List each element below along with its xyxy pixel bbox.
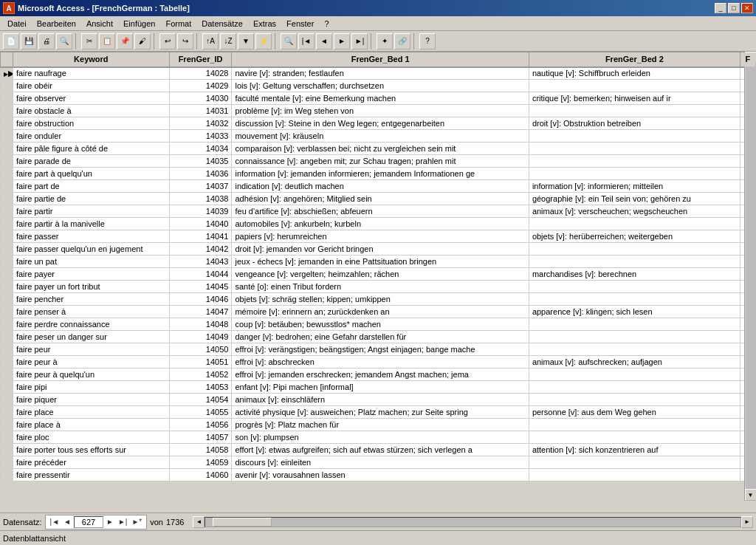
- cell-bed1[interactable]: effroi [v]: abschrecken: [232, 356, 529, 369]
- cell-bed2[interactable]: géographie [v]: ein Teil sein von; gehör…: [529, 193, 740, 205]
- cell-bed2[interactable]: objets [v]: herüberreichen; weitergeben: [529, 230, 740, 243]
- menu-datei[interactable]: Datei: [3, 18, 31, 30]
- cell-bed1[interactable]: automobiles [v]: ankurbeln; kurbeln: [232, 218, 529, 230]
- cell-bed1[interactable]: effort [v]: etwas aufgreifen; sich auf e…: [232, 444, 529, 456]
- cell-bed2[interactable]: [529, 394, 740, 406]
- menu-bearbeiten[interactable]: Bearbeiten: [32, 18, 80, 30]
- cell-bed2[interactable]: marchandises [v]: berechnen: [529, 268, 740, 281]
- cell-keyword[interactable]: faire passer quelqu'un en jugement: [13, 243, 169, 256]
- cell-bed2[interactable]: [529, 130, 740, 143]
- cell-id[interactable]: 14032: [169, 117, 232, 130]
- cell-keyword[interactable]: faire perdre connaissance: [13, 318, 169, 331]
- cell-id[interactable]: 14054: [169, 394, 232, 406]
- cell-bed2[interactable]: personne [v]: aus dem Weg gehen: [529, 406, 740, 419]
- cell-id[interactable]: 14045: [169, 281, 232, 293]
- cell-bed2[interactable]: critique [v]: bemerken; hinweisen auf ir: [529, 92, 740, 105]
- nav-new[interactable]: ►*: [130, 518, 143, 526]
- cell-bed1[interactable]: santé [o]: einen Tribut fordern: [232, 281, 529, 293]
- cell-bed2[interactable]: [529, 243, 740, 256]
- nav-first[interactable]: |◄: [49, 518, 61, 526]
- cell-keyword[interactable]: faire précéder: [13, 456, 169, 469]
- cell-bed2[interactable]: animaux [v]: aufschrecken; aufjagen: [529, 356, 740, 369]
- tool-nav3[interactable]: ►: [334, 33, 350, 49]
- nav-prev[interactable]: ◄: [62, 518, 72, 526]
- cell-bed1[interactable]: faculté mentale [v]: eine Bemerkung mach…: [232, 92, 529, 105]
- cell-keyword[interactable]: faire part de: [13, 180, 169, 193]
- col-header-bed1[interactable]: FrenGer_Bed 1: [232, 52, 529, 67]
- cell-bed1[interactable]: coup [v]: betäuben; bewusstlos* machen: [232, 318, 529, 331]
- cell-keyword[interactable]: faire peur à quelqu'un: [13, 369, 169, 381]
- cell-keyword[interactable]: faire observer: [13, 92, 169, 105]
- cell-bed1[interactable]: son [v]: plumpsen: [232, 431, 529, 444]
- cell-bed1[interactable]: vengeance [v]: vergelten; heimzahlen; rä…: [232, 268, 529, 281]
- col-header-keyword[interactable]: Keyword: [13, 52, 169, 67]
- cell-bed1[interactable]: jeux - échecs [v]: jemanden in eine Patt…: [232, 256, 529, 268]
- cell-keyword[interactable]: faire partir: [13, 205, 169, 218]
- cell-bed1[interactable]: droit [v]: jemanden vor Gericht bringen: [232, 243, 529, 256]
- menu-help[interactable]: ?: [320, 18, 333, 30]
- cell-bed1[interactable]: activité physique [v]: ausweichen; Platz…: [232, 406, 529, 419]
- cell-bed1[interactable]: effroi [v]: jemanden erschrecken; jemand…: [232, 369, 529, 381]
- tool-find[interactable]: 🔍: [281, 33, 297, 49]
- tool-apply-filter[interactable]: ⚡: [255, 33, 272, 49]
- cell-id[interactable]: 14057: [169, 431, 232, 444]
- tool-filter[interactable]: ▼: [238, 33, 254, 49]
- cell-bed2[interactable]: [529, 419, 740, 431]
- cell-bed1[interactable]: mémoire [v]: erinnern an; zurückdenken a…: [232, 306, 529, 318]
- cell-keyword[interactable]: faire obstacle à: [13, 105, 169, 117]
- cell-id[interactable]: 14051: [169, 356, 232, 369]
- cell-keyword[interactable]: faire payer: [13, 268, 169, 281]
- h-scroll-thumb[interactable]: [213, 518, 272, 527]
- cell-bed2[interactable]: [529, 343, 740, 356]
- menu-datensaetze[interactable]: Datensätze: [197, 18, 247, 30]
- cell-keyword[interactable]: faire penser à: [13, 306, 169, 318]
- cell-id[interactable]: 14058: [169, 444, 232, 456]
- cell-id[interactable]: 14039: [169, 205, 232, 218]
- scroll-left-arrow[interactable]: ◄: [193, 516, 205, 528]
- cell-bed1[interactable]: mouvement [v]: kräuseln: [232, 130, 529, 143]
- tool-newobj[interactable]: ✦: [377, 33, 393, 49]
- cell-bed2[interactable]: nautique [v]: Schiffbruch erleiden: [529, 67, 740, 80]
- vertical-scrollbar[interactable]: ▲ ▼: [744, 52, 756, 501]
- cell-bed2[interactable]: [529, 80, 740, 92]
- tool-paintbrush[interactable]: 🖌: [134, 33, 151, 49]
- cell-keyword[interactable]: faire parade de: [13, 155, 169, 168]
- cell-id[interactable]: 14055: [169, 406, 232, 419]
- cell-id[interactable]: 14041: [169, 230, 232, 243]
- col-header-id[interactable]: FrenGer_ID: [169, 52, 232, 67]
- cell-keyword[interactable]: faire porter tous ses efforts sur: [13, 444, 169, 456]
- cell-bed2[interactable]: [529, 456, 740, 469]
- cell-keyword[interactable]: faire peur à: [13, 356, 169, 369]
- cell-bed2[interactable]: [529, 318, 740, 331]
- cell-keyword[interactable]: faire part à quelqu'un: [13, 168, 169, 180]
- cell-id[interactable]: 14043: [169, 256, 232, 268]
- cell-keyword[interactable]: faire obéir: [13, 80, 169, 92]
- cell-keyword[interactable]: faire piquer: [13, 394, 169, 406]
- cell-keyword[interactable]: faire onduler: [13, 130, 169, 143]
- cell-id[interactable]: 14034: [169, 143, 232, 155]
- cell-bed1[interactable]: animaux [v]: einschläfern: [232, 394, 529, 406]
- cell-keyword[interactable]: faire pâle figure à côté de: [13, 143, 169, 155]
- close-button[interactable]: ✕: [741, 3, 753, 13]
- cell-id[interactable]: 14049: [169, 331, 232, 343]
- menu-fenster[interactable]: Fenster: [282, 18, 318, 30]
- menu-ansicht[interactable]: Ansicht: [82, 18, 117, 30]
- cell-bed2[interactable]: [529, 105, 740, 117]
- cell-keyword[interactable]: faire place à: [13, 419, 169, 431]
- nav-last[interactable]: ►|: [117, 518, 129, 526]
- cell-bed2[interactable]: [529, 155, 740, 168]
- cell-bed1[interactable]: discussion [v]: Steine in den Weg legen;…: [232, 117, 529, 130]
- cell-bed2[interactable]: information [v]: informieren; mitteilen: [529, 180, 740, 193]
- cell-id[interactable]: 14052: [169, 369, 232, 381]
- cell-bed1[interactable]: problème [v]: im Weg stehen von: [232, 105, 529, 117]
- tool-copy[interactable]: 📋: [99, 33, 115, 49]
- cell-bed2[interactable]: [529, 168, 740, 180]
- menu-format[interactable]: Format: [161, 18, 196, 30]
- cell-bed2[interactable]: [529, 256, 740, 268]
- cell-bed2[interactable]: [529, 431, 740, 444]
- cell-bed2[interactable]: attention [v]: sich konzentrieren auf: [529, 444, 740, 456]
- scroll-right-arrow[interactable]: ►: [741, 516, 753, 528]
- cell-id[interactable]: 14038: [169, 193, 232, 205]
- cell-keyword[interactable]: faire peur: [13, 343, 169, 356]
- cell-bed1[interactable]: lois [v]: Geltung verschaffen; durchsetz…: [232, 80, 529, 92]
